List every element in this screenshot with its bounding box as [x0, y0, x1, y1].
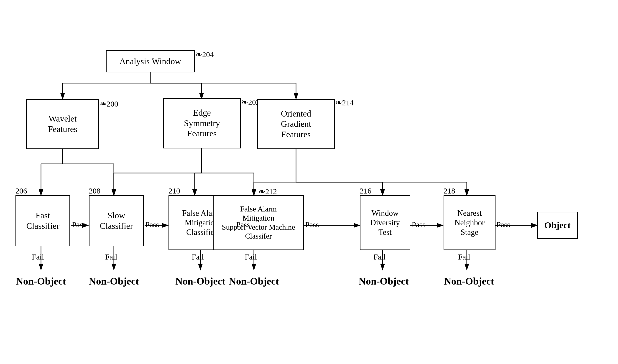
non-object-2: Non-Object — [84, 275, 144, 287]
fail-label-4: Fail — [245, 253, 257, 261]
ref-212: ❧212 — [258, 187, 277, 196]
wavelet-features-label: WaveletFeatures — [48, 114, 78, 134]
edge-symmetry-box: EdgeSymmetryFeatures — [163, 98, 241, 148]
pass-label-5: Pass — [412, 220, 425, 229]
analysis-window-label: Analysis Window — [119, 56, 181, 67]
diagram-container: Analysis Window ❧204 WaveletFeatures ❧20… — [0, 0, 618, 364]
squiggle-204: ❧ — [195, 50, 202, 59]
slow-classifier-box: SlowClassifier — [89, 195, 144, 246]
ref-216: 216 — [360, 187, 371, 195]
pass-label-2: Pass — [145, 220, 159, 229]
fa-svm-label: False AlarmMitigationSupport Vector Mach… — [222, 205, 295, 241]
diagram-svg — [0, 0, 618, 364]
ref-206: 206 — [15, 187, 27, 195]
ref-218: 218 — [444, 187, 455, 195]
pass-label-4: Pass — [305, 220, 319, 229]
nearest-neighbor-box: NearestNeighborStage — [444, 195, 496, 250]
non-object-4: Non-Object — [224, 275, 284, 287]
analysis-window-box: Analysis Window — [106, 50, 195, 72]
fail-label-5: Fail — [373, 253, 385, 261]
slow-classifier-label: SlowClassifier — [100, 210, 133, 231]
object-label: Object — [544, 220, 571, 231]
ref-208: 208 — [89, 187, 100, 195]
fa-svm-box: False AlarmMitigationSupport Vector Mach… — [213, 195, 304, 250]
non-object-3: Non-Object — [171, 275, 230, 287]
fail-label-3: Fail — [192, 253, 204, 261]
fail-label-1: Fail — [32, 253, 44, 261]
pass-label-1: Pass — [72, 220, 86, 229]
ref-200: ❧200 — [100, 99, 118, 109]
edge-symmetry-label: EdgeSymmetryFeatures — [184, 108, 220, 139]
ref-210: 210 — [169, 187, 180, 195]
window-diversity-box: WindowDiversityTest — [360, 195, 410, 250]
oriented-gradient-box: OrientedGradientFeatures — [257, 99, 335, 149]
nearest-neighbor-label: NearestNeighborStage — [455, 208, 485, 237]
ref-202: ❧202 — [241, 97, 260, 107]
fail-label-6: Fail — [458, 253, 470, 261]
pass-label-3: Pass — [236, 220, 250, 229]
pass-label-6: Pass — [496, 220, 510, 229]
non-object-5: Non-Object — [354, 275, 413, 287]
fail-label-2: Fail — [105, 253, 117, 261]
window-diversity-label: WindowDiversityTest — [370, 208, 400, 237]
ref-214: ❧214 — [335, 98, 354, 107]
fast-classifier-label: FastClassifier — [26, 210, 59, 231]
fast-classifier-box: FastClassifier — [15, 195, 70, 246]
object-box: Object — [537, 212, 578, 239]
oriented-gradient-label: OrientedGradientFeatures — [281, 109, 311, 140]
non-object-1: Non-Object — [11, 275, 71, 287]
ref-204: ❧204 — [195, 50, 214, 59]
wavelet-features-box: WaveletFeatures — [26, 99, 99, 149]
non-object-6: Non-Object — [439, 275, 499, 287]
